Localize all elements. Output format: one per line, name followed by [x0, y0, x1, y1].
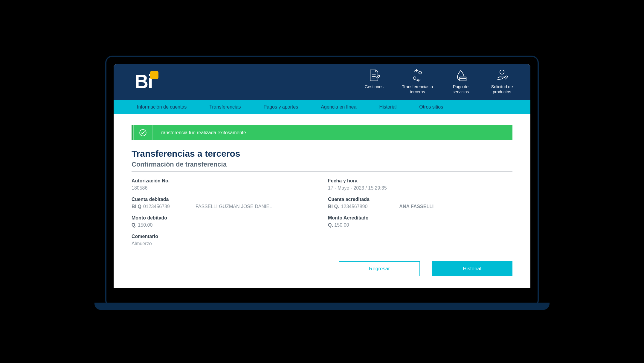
detail-datetime: Fecha y hora 17 - Mayo - 2023 / 15:29:35	[328, 178, 512, 191]
field-label: Cuenta acreditada	[328, 197, 512, 202]
app-screen: Bi Gestiones	[114, 64, 530, 289]
quick-action-label: Gestiones	[365, 84, 384, 89]
success-icon-wrap	[133, 125, 152, 140]
field-value: 180586	[132, 185, 316, 191]
quick-action-label: Transferencias a terceros	[402, 84, 433, 94]
quick-action-transferencias[interactable]: Transferencias a terceros	[402, 69, 433, 94]
amount: 150.00	[334, 222, 349, 228]
document-edit-icon	[367, 69, 381, 82]
quick-action-gestiones[interactable]: Gestiones	[361, 69, 387, 94]
success-message: Transferencia fue realizada exitosamente…	[152, 126, 253, 140]
transfer-arrows-icon	[411, 69, 424, 82]
field-label: Autorización No.	[132, 178, 316, 184]
field-value: Almuerzo	[132, 241, 316, 246]
page-title: Transferencias a terceros	[132, 149, 512, 159]
account-number: 0123456789	[143, 204, 170, 209]
header-quick-actions: Gestiones Transferencias a terceros	[361, 69, 515, 94]
field-value: BI Q 0123456789 FASSELLI GUZMAN JOSE DAN…	[132, 204, 316, 209]
amount: 150.00	[138, 222, 152, 228]
success-banner: Transferencia fue realizada exitosamente…	[132, 125, 512, 140]
detail-debit-account: Cuenta debitada BI Q 0123456789 FASSELLI…	[132, 197, 316, 209]
field-value: BI Q. 1234567890 ANA FASSELLI	[328, 204, 512, 209]
account-holder: ANA FASSELLI	[399, 204, 434, 209]
svg-point-4	[413, 77, 416, 79]
detail-debit-amount: Monto debitado Q. 150.00	[132, 215, 316, 228]
field-label: Monto Acreditado	[328, 215, 512, 221]
nav-agencia-linea[interactable]: Agencia en línea	[318, 100, 359, 114]
hand-plus-icon	[495, 69, 509, 82]
field-label: Fecha y hora	[328, 178, 512, 184]
laptop-base	[94, 303, 550, 310]
field-label: Cuenta debitada	[132, 197, 316, 202]
field-value: Q. 150.00	[132, 222, 316, 228]
field-label: Monto debitado	[132, 215, 316, 221]
logo[interactable]: Bi	[135, 72, 152, 91]
account-prefix: BI Q.	[328, 204, 339, 209]
header: Bi Gestiones	[114, 64, 530, 100]
logo-accent-icon	[150, 71, 158, 79]
checkmark-circle-icon	[139, 129, 147, 137]
field-value: 17 - Mayo - 2023 / 15:29:35	[328, 185, 512, 191]
account-holder: FASSELLI GUZMAN JOSE DANIEL	[196, 204, 272, 209]
laptop-frame: Bi Gestiones	[105, 56, 539, 308]
logo-text: Bi	[135, 72, 152, 91]
quick-action-pago-servicios[interactable]: Pago de servicios	[447, 69, 474, 94]
main-nav: Información de cuentas Transferencias Pa…	[114, 100, 530, 114]
quick-action-solicitud-productos[interactable]: Solicitud de productos	[489, 69, 515, 94]
account-number: 1234567890	[341, 204, 367, 209]
water-card-icon	[454, 69, 467, 82]
detail-credit-amount: Monto Acreditado Q. 150.00	[328, 215, 512, 228]
main-content: Transferencia fue realizada exitosamente…	[114, 114, 530, 288]
action-buttons: Regresar Historial	[132, 261, 512, 276]
svg-point-3	[419, 71, 422, 74]
quick-action-label: Pago de servicios	[453, 84, 469, 94]
quick-action-label: Solicitud de productos	[491, 84, 513, 94]
field-label: Comentario	[132, 234, 316, 239]
page-subtitle: Confirmación de transferencia	[132, 161, 512, 172]
nav-transferencias[interactable]: Transferencias	[207, 100, 243, 114]
nav-historial[interactable]: Historial	[377, 100, 399, 114]
nav-pagos-aportes[interactable]: Pagos y aportes	[261, 100, 301, 114]
history-button[interactable]: Historial	[432, 261, 512, 276]
confirmation-details: Autorización No. 180586 Fecha y hora 17 …	[132, 178, 512, 252]
detail-authorization: Autorización No. 180586	[132, 178, 316, 191]
nav-informacion-cuentas[interactable]: Información de cuentas	[135, 100, 189, 114]
detail-credit-account: Cuenta acreditada BI Q. 1234567890 ANA F…	[328, 197, 512, 209]
detail-comment: Comentario Almuerzo	[132, 234, 316, 246]
nav-otros-sitios[interactable]: Otros sitios	[417, 100, 445, 114]
currency-prefix: Q.	[132, 222, 137, 228]
svg-rect-5	[460, 77, 466, 81]
field-value: Q. 150.00	[328, 222, 512, 228]
back-button[interactable]: Regresar	[339, 261, 420, 276]
currency-prefix: Q.	[328, 222, 333, 228]
account-prefix: BI Q	[132, 204, 141, 209]
